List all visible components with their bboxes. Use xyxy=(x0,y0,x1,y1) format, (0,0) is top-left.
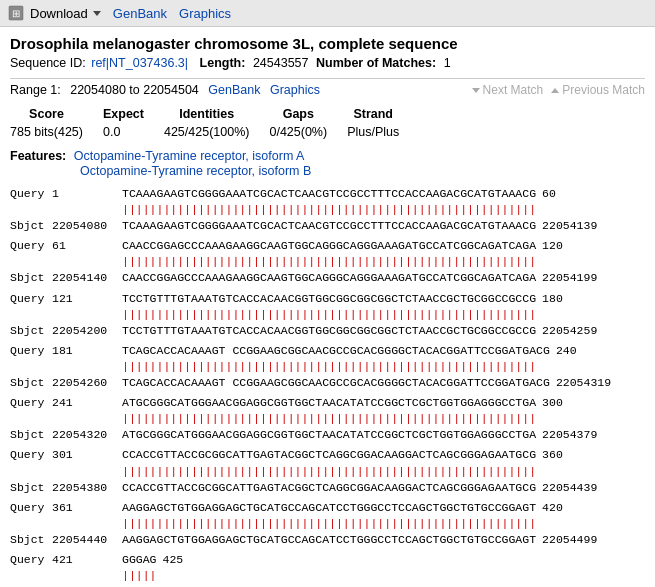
range-genbank-link[interactable]: GenBank xyxy=(208,83,260,97)
query-end-3: 180 xyxy=(536,291,606,307)
query-end-5: 300 xyxy=(536,395,606,411)
download-label[interactable]: Download xyxy=(30,6,88,21)
sbjct-start-1: 22054080 xyxy=(52,218,122,234)
matches-label: Number of Matches: xyxy=(316,56,436,70)
query-label-7: Query xyxy=(10,500,52,516)
sbjct-start-7: 22054440 xyxy=(52,532,122,548)
query-row-4: Query 181 TCAGCACCACAAAGT CCGGAAGCGGCAAC… xyxy=(10,343,645,359)
next-match-nav: Next Match xyxy=(472,83,544,97)
sbjct-seq-6: CCACCGTTACCGCGGCATTGAGTACGGCTCAGGCGGACAA… xyxy=(122,480,536,496)
sbjct-seq-1: TCAAAGAAGTCGGGGAAATCGCACTCAACGTCCGCCTTTC… xyxy=(122,218,536,234)
toolbar: ⊞ Download GenBank Graphics xyxy=(0,0,655,27)
alignment-section: Query 1 TCAAAGAAGTCGGGGAAATCGCACTCAACGTC… xyxy=(10,186,645,587)
match-row-5: ||||||||||||||||||||||||||||||||||||||||… xyxy=(10,411,645,427)
svg-text:⊞: ⊞ xyxy=(12,8,20,19)
feature-link-1[interactable]: Octopamine-Tyramine receptor, isoform B xyxy=(80,164,645,178)
query-label-8: Query xyxy=(10,552,52,568)
graphics-link[interactable]: Graphics xyxy=(179,6,231,21)
length-value: 24543557 xyxy=(253,56,309,70)
identities-value: 425/425(100%) xyxy=(164,123,269,141)
query-seq-1: TCAAAGAAGTCGGGGAAATCGCACTCAACGTCCGCCTTTC… xyxy=(122,186,536,202)
sbjct-row-3: Sbjct 22054200 TCCTGTTTGTAAATGTCACCACAAC… xyxy=(10,323,645,339)
score-header: Score xyxy=(10,105,103,123)
query-end-2: 120 xyxy=(536,238,606,254)
match-row-3: ||||||||||||||||||||||||||||||||||||||||… xyxy=(10,307,645,323)
query-seq-5: ATGCGGGCATGGGAACGGAGGCGGTGGCTAACATATCCGG… xyxy=(122,395,536,411)
genbank-link[interactable]: GenBank xyxy=(113,6,167,21)
query-start-1: 1 xyxy=(52,186,122,202)
features-section: Features: Octopamine-Tyramine receptor, … xyxy=(10,149,645,178)
range-left: Range 1: 22054080 to 22054504 GenBank Gr… xyxy=(10,83,320,97)
query-end-8: 425 xyxy=(157,552,227,568)
strand-value: Plus/Plus xyxy=(347,123,419,141)
gaps-header: Gaps xyxy=(269,105,347,123)
match-row-8: ||||| xyxy=(10,568,645,584)
dropdown-arrow-icon[interactable] xyxy=(93,11,101,16)
strand-header: Strand xyxy=(347,105,419,123)
sbjct-start-2: 22054140 xyxy=(52,270,122,286)
sbjct-label-1: Sbjct xyxy=(10,218,52,234)
sbjct-seq-7: AAGGAGCTGTGGAGGAGCTGCATGCCAGCATCCTGGGCCT… xyxy=(122,532,536,548)
query-start-6: 301 xyxy=(52,447,122,463)
query-start-4: 181 xyxy=(52,343,122,359)
range-coords: 22054080 to 22054504 xyxy=(70,83,199,97)
match-seq-8: ||||| xyxy=(122,568,157,584)
sbjct-row-2: Sbjct 22054140 CAACCGGAGCCCAAAGAAGGCAAGT… xyxy=(10,270,645,286)
query-start-8: 421 xyxy=(52,552,122,568)
query-row-8: Query 421 GGGAG 425 xyxy=(10,552,645,568)
sbjct-label-5: Sbjct xyxy=(10,427,52,443)
query-start-7: 361 xyxy=(52,500,122,516)
sbjct-end-2: 22054199 xyxy=(536,270,606,286)
features-label: Features: xyxy=(10,149,66,163)
match-row-4: ||||||||||||||||||||||||||||||||||||||||… xyxy=(10,359,645,375)
sbjct-seq-3: TCCTGTTTGTAAATGTCACCACAACGGTGGCGGCGGCGGC… xyxy=(122,323,536,339)
query-row-2: Query 61 CAACCGGAGCCCAAAGAAGGCAAGTGGCAGG… xyxy=(10,238,645,254)
match-seq-1: ||||||||||||||||||||||||||||||||||||||||… xyxy=(122,202,536,218)
query-label-3: Query xyxy=(10,291,52,307)
length-label: Length: xyxy=(200,56,246,70)
sbjct-start-5: 22054320 xyxy=(52,427,122,443)
sbjct-end-1: 22054139 xyxy=(536,218,606,234)
match-seq-3: ||||||||||||||||||||||||||||||||||||||||… xyxy=(122,307,536,323)
query-start-3: 121 xyxy=(52,291,122,307)
sbjct-row-7: Sbjct 22054440 AAGGAGCTGTGGAGGAGCTGCATGC… xyxy=(10,532,645,548)
sbjct-row-6: Sbjct 22054380 CCACCGTTACCGCGGCATTGAGTAC… xyxy=(10,480,645,496)
sequence-id-link[interactable]: ref|NT_037436.3| xyxy=(91,56,188,70)
query-row-1: Query 1 TCAAAGAAGTCGGGGAAATCGCACTCAACGTC… xyxy=(10,186,645,202)
gaps-value: 0/425(0%) xyxy=(269,123,347,141)
align-block-8: Query 421 GGGAG 425 ||||| Sbjct 22054500… xyxy=(10,552,645,587)
sbjct-end-7: 22054499 xyxy=(536,532,606,548)
match-seq-2: ||||||||||||||||||||||||||||||||||||||||… xyxy=(122,254,536,270)
score-table: Score Expect Identities Gaps Strand 785 … xyxy=(10,105,419,141)
query-seq-8: GGGAG xyxy=(122,552,157,568)
query-row-3: Query 121 TCCTGTTTGTAAATGTCACCACAACGGTGG… xyxy=(10,291,645,307)
page-title: Drosophila melanogaster chromosome 3L, c… xyxy=(10,35,645,52)
query-end-4: 240 xyxy=(550,343,620,359)
query-start-5: 241 xyxy=(52,395,122,411)
query-label-5: Query xyxy=(10,395,52,411)
query-label-1: Query xyxy=(10,186,52,202)
query-end-6: 360 xyxy=(536,447,606,463)
prev-match-label: Previous Match xyxy=(562,83,645,97)
sequence-id-label: Sequence ID: xyxy=(10,56,86,70)
range-nav: Next Match Previous Match xyxy=(472,83,645,97)
match-seq-4: ||||||||||||||||||||||||||||||||||||||||… xyxy=(122,359,536,375)
matches-value: 1 xyxy=(444,56,451,70)
range-label: Range 1: xyxy=(10,83,61,97)
query-label-2: Query xyxy=(10,238,52,254)
triangle-down-icon xyxy=(472,88,480,93)
sbjct-seq-2: CAACCGGAGCCCAAAGAAGGCAAGTGGCAGGGCAGGGAAA… xyxy=(122,270,536,286)
sbjct-start-6: 22054380 xyxy=(52,480,122,496)
query-seq-7: AAGGAGCTGTGGAGGAGCTGCATGCCAGCATCCTGGGCCT… xyxy=(122,500,536,516)
sbjct-label-3: Sbjct xyxy=(10,323,52,339)
sbjct-end-6: 22054439 xyxy=(536,480,606,496)
sbjct-row-4: Sbjct 22054260 TCAGCACCACAAAGT CCGGAAGCG… xyxy=(10,375,645,391)
sbjct-seq-4: TCAGCACCACAAAGT CCGGAAGCGGCAACGCCGCACGGG… xyxy=(122,375,550,391)
score-value: 785 bits(425) xyxy=(10,123,103,141)
feature-link-0[interactable]: Octopamine-Tyramine receptor, isoform A xyxy=(74,149,305,163)
expect-header: Expect xyxy=(103,105,164,123)
query-start-2: 61 xyxy=(52,238,122,254)
align-block-3: Query 121 TCCTGTTTGTAAATGTCACCACAACGGTGG… xyxy=(10,291,645,339)
sbjct-end-4: 22054319 xyxy=(550,375,620,391)
range-graphics-link[interactable]: Graphics xyxy=(270,83,320,97)
